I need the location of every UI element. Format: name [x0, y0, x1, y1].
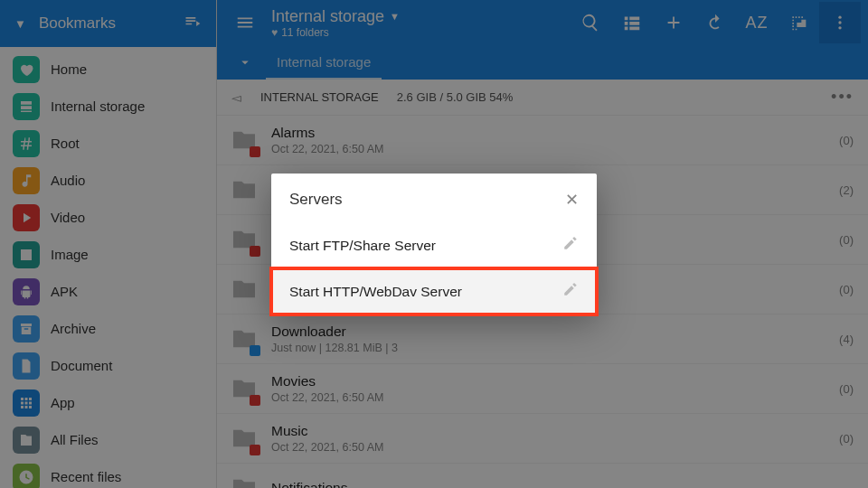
- pencil-icon[interactable]: [562, 235, 579, 256]
- server-option[interactable]: Start FTP/Share Server: [271, 222, 597, 268]
- servers-dialog: Servers ✕ Start FTP/Share ServerStart HT…: [271, 174, 597, 314]
- pencil-icon[interactable]: [562, 281, 579, 302]
- dialog-title: Servers: [289, 191, 565, 209]
- close-icon[interactable]: ✕: [565, 190, 579, 210]
- server-option[interactable]: Start HTTP/WebDav Server: [271, 268, 597, 314]
- option-label: Start HTTP/WebDav Server: [289, 284, 462, 300]
- option-label: Start FTP/Share Server: [289, 238, 436, 254]
- dialog-scrim[interactable]: Servers ✕ Start FTP/Share ServerStart HT…: [0, 0, 868, 488]
